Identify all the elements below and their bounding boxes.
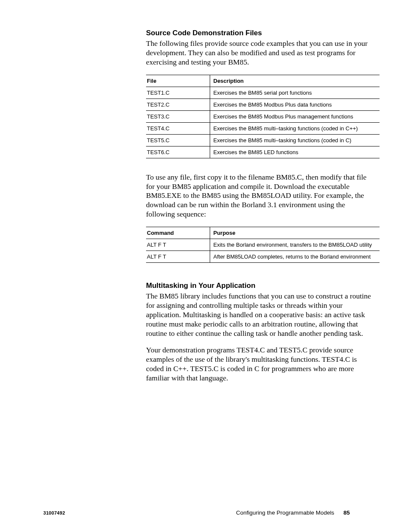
paragraph-multitask-1: The BM85 library includes functions that… xyxy=(146,292,374,338)
table-row: TEST6.C Exercises the BM85 LED functions xyxy=(146,146,380,158)
table2-header-command: Command xyxy=(146,227,210,239)
cell-desc: Exercises the BM85 LED functions xyxy=(210,146,380,158)
cell-desc: Exercises the BM85 serial port functions xyxy=(210,87,380,99)
cell-file: TEST1.C xyxy=(146,87,210,99)
cell-desc: Exercises the BM85 multi–tasking functio… xyxy=(210,134,380,146)
cell-file: TEST5.C xyxy=(146,134,210,146)
cell-desc: Exercises the BM85 Modbus Plus data func… xyxy=(210,99,380,110)
paragraph-howto: To use any file, first copy it to the fi… xyxy=(146,173,374,219)
footer-right: Configuring the Programmable Models 85 xyxy=(236,509,350,516)
cell-desc: Exercises the BM85 Modbus Plus managemen… xyxy=(210,110,380,122)
page-content: Source Code Demonstration Files The foll… xyxy=(0,0,405,383)
heading-source-code-files: Source Code Demonstration Files xyxy=(146,29,374,37)
cell-file: TEST3.C xyxy=(146,110,210,122)
table1-header-description: Description xyxy=(210,75,380,87)
footer-doc-number: 31007492 xyxy=(43,510,65,515)
table2-header-purpose: Purpose xyxy=(210,227,380,239)
table1-header-file: File xyxy=(146,75,210,87)
page-footer: 31007492 Configuring the Programmable Mo… xyxy=(0,509,405,516)
table-row: TEST1.C Exercises the BM85 serial port f… xyxy=(146,87,380,99)
footer-page-number: 85 xyxy=(343,509,350,516)
table-source-files: File Description TEST1.C Exercises the B… xyxy=(146,75,380,158)
table-row: TEST5.C Exercises the BM85 multi–tasking… xyxy=(146,134,380,146)
cell-purpose: After BM85LOAD completes, returns to the… xyxy=(210,251,380,263)
cell-cmd: ALT F T xyxy=(146,239,210,251)
cell-file: TEST2.C xyxy=(146,99,210,110)
table-row: TEST4.C Exercises the BM85 multi–tasking… xyxy=(146,122,380,134)
paragraph-intro: The following files provide source code … xyxy=(146,39,374,67)
table-row: ALT F T After BM85LOAD completes, return… xyxy=(146,251,380,263)
cell-cmd: ALT F T xyxy=(146,251,210,263)
paragraph-multitask-2: Your demonstration programs TEST4.C and … xyxy=(146,346,374,383)
cell-purpose: Exits the Borland environment, transfers… xyxy=(210,239,380,251)
cell-file: TEST4.C xyxy=(146,122,210,134)
heading-multitasking: Multitasking in Your Application xyxy=(146,281,374,290)
cell-desc: Exercises the BM85 multi–tasking functio… xyxy=(210,122,380,134)
footer-chapter-label: Configuring the Programmable Models xyxy=(236,509,334,516)
table-row: ALT F T Exits the Borland environment, t… xyxy=(146,239,380,251)
table-row: TEST2.C Exercises the BM85 Modbus Plus d… xyxy=(146,99,380,110)
table-row: TEST3.C Exercises the BM85 Modbus Plus m… xyxy=(146,110,380,122)
cell-file: TEST6.C xyxy=(146,146,210,158)
table-commands: Command Purpose ALT F T Exits the Borlan… xyxy=(146,227,380,263)
